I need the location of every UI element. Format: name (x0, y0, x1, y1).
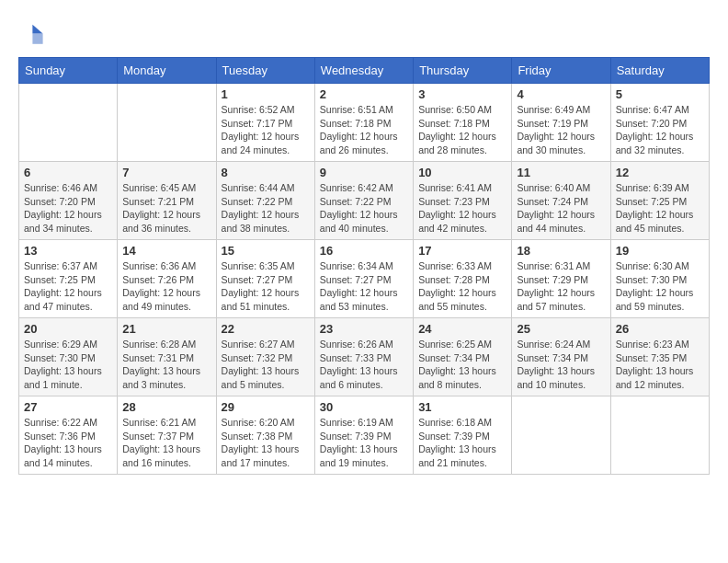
day-info: Sunrise: 6:30 AM Sunset: 7:30 PM Dayligh… (616, 259, 704, 314)
day-info: Sunrise: 6:42 AM Sunset: 7:22 PM Dayligh… (320, 181, 408, 236)
day-number: 13 (24, 244, 112, 258)
weekday-header-row: SundayMondayTuesdayWednesdayThursdayFrid… (19, 58, 710, 84)
day-info: Sunrise: 6:23 AM Sunset: 7:35 PM Dayligh… (616, 338, 704, 392)
calendar-cell: 17Sunrise: 6:33 AM Sunset: 7:28 PM Dayli… (414, 240, 512, 318)
calendar-week-2: 6Sunrise: 6:46 AM Sunset: 7:20 PM Daylig… (19, 162, 710, 240)
calendar-cell: 31Sunrise: 6:18 AM Sunset: 7:39 PM Dayli… (414, 396, 512, 475)
day-number: 21 (122, 322, 210, 336)
day-info: Sunrise: 6:45 AM Sunset: 7:21 PM Dayligh… (122, 181, 210, 236)
calendar-cell: 8Sunrise: 6:44 AM Sunset: 7:22 PM Daylig… (216, 162, 314, 240)
day-info: Sunrise: 6:24 AM Sunset: 7:34 PM Dayligh… (517, 338, 605, 392)
day-number: 27 (24, 400, 112, 414)
header (18, 18, 710, 48)
day-number: 12 (616, 166, 704, 179)
day-number: 20 (24, 322, 112, 336)
day-number: 1 (222, 87, 310, 101)
day-info: Sunrise: 6:44 AM Sunset: 7:22 PM Dayligh… (222, 181, 310, 236)
day-number: 16 (320, 244, 408, 258)
day-number: 7 (122, 166, 210, 179)
day-number: 18 (517, 244, 605, 258)
calendar-cell: 22Sunrise: 6:27 AM Sunset: 7:32 PM Dayli… (216, 318, 314, 396)
weekday-header-monday: Monday (118, 58, 216, 84)
calendar-cell: 19Sunrise: 6:30 AM Sunset: 7:30 PM Dayli… (610, 240, 709, 318)
day-number: 2 (320, 87, 408, 101)
calendar-week-3: 13Sunrise: 6:37 AM Sunset: 7:25 PM Dayli… (19, 240, 710, 318)
day-number: 8 (222, 166, 310, 179)
day-number: 28 (122, 400, 210, 414)
svg-marker-0 (32, 25, 42, 34)
calendar-cell: 12Sunrise: 6:39 AM Sunset: 7:25 PM Dayli… (610, 162, 709, 240)
day-info: Sunrise: 6:18 AM Sunset: 7:39 PM Dayligh… (418, 416, 506, 470)
calendar-cell: 10Sunrise: 6:41 AM Sunset: 7:23 PM Dayli… (414, 162, 512, 240)
calendar-cell (512, 396, 610, 475)
calendar-cell (19, 84, 118, 162)
day-number: 3 (418, 87, 506, 101)
day-info: Sunrise: 6:27 AM Sunset: 7:32 PM Dayligh… (222, 338, 310, 392)
day-info: Sunrise: 6:40 AM Sunset: 7:24 PM Dayligh… (517, 181, 605, 236)
calendar-cell: 16Sunrise: 6:34 AM Sunset: 7:27 PM Dayli… (314, 240, 413, 318)
day-info: Sunrise: 6:49 AM Sunset: 7:19 PM Dayligh… (517, 103, 605, 157)
day-number: 11 (517, 166, 605, 179)
weekday-header-tuesday: Tuesday (216, 58, 314, 84)
weekday-header-thursday: Thursday (414, 58, 512, 84)
day-info: Sunrise: 6:51 AM Sunset: 7:18 PM Dayligh… (320, 103, 408, 157)
day-number: 30 (320, 400, 408, 414)
day-info: Sunrise: 6:21 AM Sunset: 7:37 PM Dayligh… (122, 416, 210, 470)
day-number: 19 (616, 244, 704, 258)
calendar-cell: 29Sunrise: 6:20 AM Sunset: 7:38 PM Dayli… (216, 396, 314, 475)
calendar-cell: 4Sunrise: 6:49 AM Sunset: 7:19 PM Daylig… (512, 84, 610, 162)
calendar-cell: 5Sunrise: 6:47 AM Sunset: 7:20 PM Daylig… (610, 84, 709, 162)
svg-marker-1 (32, 34, 42, 44)
calendar-cell: 15Sunrise: 6:35 AM Sunset: 7:27 PM Dayli… (216, 240, 314, 318)
calendar-cell: 24Sunrise: 6:25 AM Sunset: 7:34 PM Dayli… (414, 318, 512, 396)
day-info: Sunrise: 6:33 AM Sunset: 7:28 PM Dayligh… (418, 259, 506, 314)
calendar-cell: 27Sunrise: 6:22 AM Sunset: 7:36 PM Dayli… (19, 396, 118, 475)
day-number: 15 (222, 244, 310, 258)
weekday-header-friday: Friday (512, 58, 610, 84)
calendar-cell: 2Sunrise: 6:51 AM Sunset: 7:18 PM Daylig… (314, 84, 413, 162)
calendar-week-4: 20Sunrise: 6:29 AM Sunset: 7:30 PM Dayli… (19, 318, 710, 396)
day-number: 14 (122, 244, 210, 258)
day-info: Sunrise: 6:46 AM Sunset: 7:20 PM Dayligh… (24, 181, 112, 236)
calendar-cell: 28Sunrise: 6:21 AM Sunset: 7:37 PM Dayli… (118, 396, 216, 475)
day-info: Sunrise: 6:26 AM Sunset: 7:33 PM Dayligh… (320, 338, 408, 392)
day-info: Sunrise: 6:34 AM Sunset: 7:27 PM Dayligh… (320, 259, 408, 314)
day-info: Sunrise: 6:35 AM Sunset: 7:27 PM Dayligh… (222, 259, 310, 314)
calendar-cell: 1Sunrise: 6:52 AM Sunset: 7:17 PM Daylig… (216, 84, 314, 162)
calendar-cell (118, 84, 216, 162)
day-info: Sunrise: 6:36 AM Sunset: 7:26 PM Dayligh… (122, 259, 210, 314)
calendar-cell: 26Sunrise: 6:23 AM Sunset: 7:35 PM Dayli… (610, 318, 709, 396)
page: SundayMondayTuesdayWednesdayThursdayFrid… (0, 0, 728, 493)
day-number: 24 (418, 322, 506, 336)
day-info: Sunrise: 6:52 AM Sunset: 7:17 PM Dayligh… (222, 103, 310, 157)
day-info: Sunrise: 6:25 AM Sunset: 7:34 PM Dayligh… (418, 338, 506, 392)
day-info: Sunrise: 6:20 AM Sunset: 7:38 PM Dayligh… (222, 416, 310, 470)
day-number: 17 (418, 244, 506, 258)
calendar-cell (610, 396, 709, 475)
calendar-cell: 21Sunrise: 6:28 AM Sunset: 7:31 PM Dayli… (118, 318, 216, 396)
day-number: 6 (24, 166, 112, 179)
logo (18, 22, 46, 48)
calendar-week-1: 1Sunrise: 6:52 AM Sunset: 7:17 PM Daylig… (19, 84, 710, 162)
calendar-cell: 23Sunrise: 6:26 AM Sunset: 7:33 PM Dayli… (314, 318, 413, 396)
day-info: Sunrise: 6:31 AM Sunset: 7:29 PM Dayligh… (517, 259, 605, 314)
day-info: Sunrise: 6:41 AM Sunset: 7:23 PM Dayligh… (418, 181, 506, 236)
day-number: 22 (222, 322, 310, 336)
calendar-week-5: 27Sunrise: 6:22 AM Sunset: 7:36 PM Dayli… (19, 396, 710, 475)
calendar-cell: 9Sunrise: 6:42 AM Sunset: 7:22 PM Daylig… (314, 162, 413, 240)
calendar-cell: 30Sunrise: 6:19 AM Sunset: 7:39 PM Dayli… (314, 396, 413, 475)
day-info: Sunrise: 6:37 AM Sunset: 7:25 PM Dayligh… (24, 259, 112, 314)
day-info: Sunrise: 6:22 AM Sunset: 7:36 PM Dayligh… (24, 416, 112, 470)
day-number: 10 (418, 166, 506, 179)
day-number: 29 (222, 400, 310, 414)
calendar-cell: 6Sunrise: 6:46 AM Sunset: 7:20 PM Daylig… (19, 162, 118, 240)
day-number: 23 (320, 322, 408, 336)
calendar-cell: 3Sunrise: 6:50 AM Sunset: 7:18 PM Daylig… (414, 84, 512, 162)
logo-icon (18, 22, 44, 48)
day-number: 25 (517, 322, 605, 336)
calendar-cell: 11Sunrise: 6:40 AM Sunset: 7:24 PM Dayli… (512, 162, 610, 240)
calendar-cell: 7Sunrise: 6:45 AM Sunset: 7:21 PM Daylig… (118, 162, 216, 240)
day-info: Sunrise: 6:39 AM Sunset: 7:25 PM Dayligh… (616, 181, 704, 236)
calendar-cell: 14Sunrise: 6:36 AM Sunset: 7:26 PM Dayli… (118, 240, 216, 318)
calendar-cell: 20Sunrise: 6:29 AM Sunset: 7:30 PM Dayli… (19, 318, 118, 396)
